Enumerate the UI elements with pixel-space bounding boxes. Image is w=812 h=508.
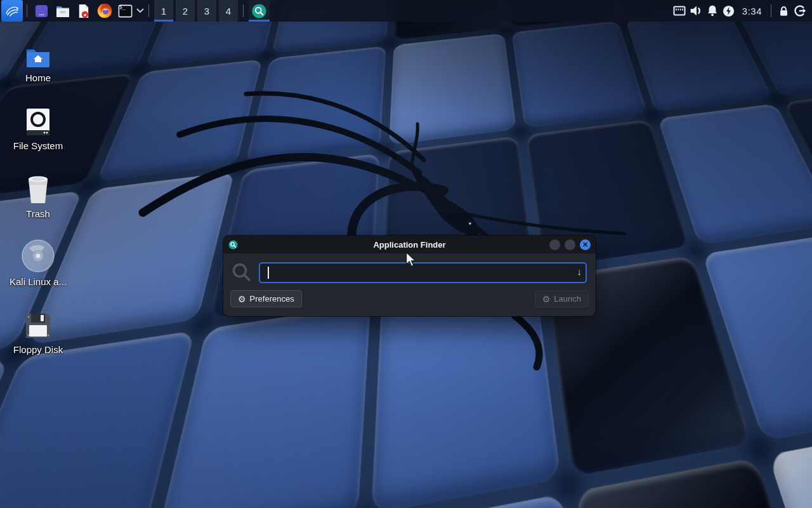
preferences-button-label: Preferences [250, 294, 294, 304]
notifications-tray-button[interactable] [704, 0, 721, 22]
workspace-2-label: 2 [183, 6, 188, 17]
launcher-firefox[interactable] [94, 0, 115, 22]
panel-separator [771, 4, 771, 17]
workspace-1-label: 1 [161, 6, 166, 17]
trash-icon [24, 174, 52, 204]
app-finder-taskbar-button[interactable] [249, 0, 270, 22]
desktop-icon-label: Home [25, 72, 51, 83]
firefox-icon [96, 3, 113, 19]
launch-gear-icon: ⚙ [542, 295, 551, 304]
document-edit-icon [75, 3, 91, 19]
desktop-icon-label: File System [13, 140, 63, 151]
workspace-4[interactable]: 4 [219, 0, 238, 22]
desktop-icon-home[interactable]: Home [10, 33, 66, 101]
hard-drive-icon [25, 107, 51, 137]
lock-screen-button[interactable] [775, 0, 792, 22]
floppy-icon [23, 311, 53, 340]
desktop-icon-file-system[interactable]: File System [10, 101, 66, 169]
desktop-icon-label: Floppy Disk [13, 344, 63, 355]
clipboard-icon [672, 4, 686, 18]
logout-button[interactable] [792, 0, 808, 22]
clipboard-tray-button[interactable] [671, 0, 688, 22]
close-icon: ✕ [582, 241, 588, 249]
clock[interactable]: 3:34 [737, 0, 767, 22]
workspace-2[interactable]: 2 [176, 0, 195, 22]
launcher-text-editor[interactable] [73, 0, 94, 22]
kali-menu-icon [4, 3, 20, 19]
power-icon [722, 4, 735, 18]
chevron-down-icon [136, 8, 144, 13]
kali-menu-button[interactable] [1, 0, 23, 22]
close-button[interactable]: ✕ [580, 239, 591, 250]
titlebar[interactable]: Application Finder ✕ [223, 236, 596, 253]
app-finder-icon [251, 3, 267, 19]
panel-separator [27, 4, 27, 17]
workspace-4-label: 4 [226, 6, 231, 17]
magnifier-icon [231, 262, 252, 283]
disc-icon [22, 239, 55, 272]
bell-icon [705, 4, 719, 18]
gear-icon: ⚙ [238, 295, 246, 304]
preferences-button[interactable]: ⚙ Preferences [230, 290, 302, 307]
launch-button[interactable]: ⚙ Launch [535, 290, 589, 307]
folder-icon [55, 3, 71, 19]
lock-icon [777, 4, 790, 18]
top-panel: $_ 1 2 3 4 [0, 0, 812, 22]
workspace-1[interactable]: 1 [154, 0, 173, 22]
power-manager-tray-button[interactable] [721, 0, 737, 22]
desktop-icon-floppy-disk[interactable]: Floppy Disk [10, 305, 66, 373]
system-tray: 3:34 [671, 0, 812, 22]
maximize-button[interactable] [565, 239, 575, 250]
terminal-prompt-glyph: $_ [119, 4, 126, 10]
minimize-button[interactable] [549, 239, 560, 250]
desktop-icon-label: Kali Linux a... [10, 276, 67, 287]
desktop-icon-column: Home File System Trash [10, 33, 66, 373]
desktop-icon-label: Trash [26, 208, 50, 219]
desktop-icon-kali-linux[interactable]: Kali Linux a... [10, 237, 66, 305]
panel-separator [243, 4, 244, 17]
launcher-app-window[interactable] [31, 0, 52, 22]
workspace-3-label: 3 [204, 6, 209, 17]
text-caret [268, 267, 269, 279]
terminal-dropdown-arrow[interactable] [136, 0, 145, 22]
window-title: Application Finder [223, 240, 596, 250]
volume-icon [688, 3, 704, 18]
desktop-screen: $_ 1 2 3 4 [0, 0, 812, 508]
workspace-3[interactable]: 3 [197, 0, 216, 22]
search-input[interactable] [259, 262, 587, 283]
launcher-file-manager[interactable] [52, 0, 73, 22]
launcher-terminal[interactable]: $_ [115, 0, 136, 22]
volume-tray-button[interactable] [688, 0, 704, 22]
application-finder-window: Application Finder ✕ ↓ ⚙ Preferences [223, 236, 596, 316]
app-window-icon [34, 3, 49, 19]
panel-separator [148, 4, 149, 17]
app-finder-window-icon [228, 240, 238, 250]
desktop-icon-trash[interactable]: Trash [10, 169, 66, 237]
logout-icon [793, 4, 807, 18]
home-folder-icon [25, 47, 51, 69]
launch-button-label: Launch [554, 294, 581, 304]
